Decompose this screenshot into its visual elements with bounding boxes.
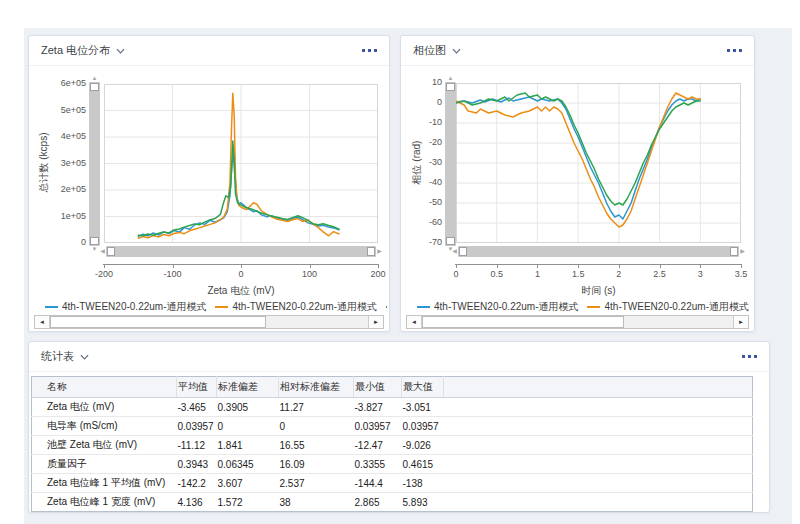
table-row[interactable]: Zeta 电位峰 1 宽度 (mV)4.1361.572382.8655.893 [32, 493, 753, 512]
cell-filler [444, 455, 753, 474]
more-options-button[interactable] [727, 45, 742, 56]
x-tick-label: 1 [515, 269, 559, 279]
legend-label: 4th-TWEEN20-0.22um-通用模式 [232, 301, 376, 312]
slider-up-arrow-icon[interactable]: ▲ [445, 75, 456, 82]
x-tick-mark [456, 264, 457, 268]
column-header[interactable]: 相对标准偏差 [279, 377, 354, 398]
slider-right-arrow-icon[interactable]: ▶ [739, 246, 746, 257]
y-range-slider[interactable]: ▲ ▼ [89, 75, 100, 253]
scroll-right-button[interactable]: ► [368, 316, 383, 328]
table-row[interactable]: Zeta 电位 (mV)-3.4650.390511.27-3.827-3.05… [32, 398, 753, 417]
legend: 4th-TWEEN20-0.22um-通用模式4th-TWEEN20-0.22u… [45, 300, 387, 314]
phase-plot[interactable] [456, 83, 741, 243]
series-line [138, 153, 339, 237]
column-header[interactable]: 标准偏差 [217, 377, 279, 398]
slider-handle[interactable] [107, 247, 115, 256]
y-tick-label: 0 [398, 97, 442, 107]
slider-handle[interactable] [730, 247, 738, 256]
slider-left-arrow-icon[interactable]: ◀ [99, 246, 106, 257]
cell-filler [444, 474, 753, 493]
legend-label: 4th-TWEEN20-0.22um-通用模式 [434, 301, 578, 312]
legend-item[interactable]: 4 [386, 301, 387, 312]
zeta-distribution-panel: Zeta 电位分布 总计数 (kcps) ▲ ▼ ◀ [28, 35, 390, 332]
table-row[interactable]: 池壁 Zeta 电位 (mV)-11.121.84116.55-12.47-9.… [32, 436, 753, 455]
x-tick-mark [497, 264, 498, 268]
y-tick-label: -50 [398, 197, 442, 207]
x-tick-label: 1.5 [556, 269, 600, 279]
more-options-button[interactable] [362, 45, 377, 56]
x-tick-mark [378, 264, 379, 268]
scrollbar-thumb[interactable] [50, 316, 266, 328]
row-name: Zeta 电位峰 1 宽度 (mV) [32, 493, 177, 512]
slider-track[interactable] [445, 82, 456, 246]
chevron-down-icon [116, 48, 125, 54]
stats-panel-title-dropdown[interactable]: 统计表 [41, 349, 89, 364]
phase-panel-title-dropdown[interactable]: 相位图 [413, 43, 461, 58]
x-tick-label: 3.5 [719, 269, 763, 279]
slider-track[interactable] [458, 246, 739, 257]
column-header[interactable]: 名称 [32, 377, 177, 398]
scroll-left-button[interactable]: ◄ [407, 316, 422, 328]
cell-value: -144.4 [354, 474, 402, 493]
column-header[interactable]: 最小值 [354, 377, 402, 398]
slider-track[interactable] [106, 246, 376, 257]
cell-value: 11.27 [279, 398, 354, 417]
slider-handle[interactable] [446, 237, 455, 245]
slider-right-arrow-icon[interactable]: ▶ [376, 246, 383, 257]
more-options-button[interactable] [742, 351, 757, 362]
legend-item[interactable]: 4th-TWEEN20-0.22um-通用模式 [45, 301, 206, 312]
legend-item[interactable]: 4th-TWEEN20-0.22um-通用模式 [417, 301, 578, 312]
x-tick-mark [104, 264, 105, 268]
slider-handle[interactable] [367, 247, 375, 256]
legend-item[interactable]: 4th-TWEEN20-0.22um-通用模式 [587, 301, 748, 312]
slider-track[interactable] [89, 82, 100, 246]
slider-up-arrow-icon[interactable]: ▲ [89, 75, 100, 82]
horizontal-scrollbar[interactable]: ◄ ► [406, 315, 749, 329]
table-row[interactable]: 质量因子0.39430.0634516.090.33550.4615 [32, 455, 753, 474]
x-axis-line [455, 264, 742, 265]
slider-left-arrow-icon[interactable]: ◀ [451, 246, 458, 257]
cell-value: 1.572 [217, 493, 279, 512]
slider-handle[interactable] [90, 237, 99, 245]
scrollbar-thumb[interactable] [422, 316, 624, 328]
x-tick-label: -200 [82, 269, 126, 279]
scrollbar-track[interactable] [422, 316, 733, 328]
x-axis-title: Zeta 电位 (mV) [104, 284, 378, 298]
cell-filler [444, 436, 753, 455]
x-range-slider[interactable]: ◀ ▶ [451, 246, 746, 257]
cell-value: 0.3905 [217, 398, 279, 417]
cell-value: -3.827 [354, 398, 402, 417]
slider-handle[interactable] [90, 83, 99, 91]
x-tick-label: 200 [356, 269, 400, 279]
legend-item[interactable]: 4th-TWEEN20-0.22um-通用模式 [215, 301, 376, 312]
table-row[interactable]: Zeta 电位峰 1 平均值 (mV)-142.23.6072.537-144.… [32, 474, 753, 493]
slider-handle[interactable] [446, 83, 455, 91]
cell-value: -9.026 [402, 436, 444, 455]
cell-value: 0 [279, 417, 354, 436]
chevron-down-icon [80, 354, 89, 360]
cell-value: 1.841 [217, 436, 279, 455]
horizontal-scrollbar[interactable]: ◄ ► [34, 315, 384, 329]
y-tick-label: -10 [398, 117, 442, 127]
scrollbar-track[interactable] [50, 316, 368, 328]
zeta-panel-title-dropdown[interactable]: Zeta 电位分布 [41, 43, 125, 58]
x-tick-label: 0 [434, 269, 478, 279]
zeta-plot[interactable] [104, 84, 378, 243]
y-tick-label: 5e+05 [42, 105, 86, 115]
cell-value: -138 [402, 474, 444, 493]
scroll-right-button[interactable]: ► [733, 316, 748, 328]
legend: 4th-TWEEN20-0.22um-通用模式4th-TWEEN20-0.22u… [417, 300, 752, 314]
column-header[interactable]: 平均值 [177, 377, 217, 398]
scroll-left-button[interactable]: ◄ [35, 316, 50, 328]
legend-label: 4th-TWEEN20-0.22um-通用模式 [62, 301, 206, 312]
column-header[interactable]: 最大值 [402, 377, 444, 398]
x-tick-mark [537, 264, 538, 268]
row-name: 电导率 (mS/cm) [32, 417, 177, 436]
x-tick-label: 2.5 [638, 269, 682, 279]
cell-value: 5.893 [402, 493, 444, 512]
x-tick-mark [741, 264, 742, 268]
table-row[interactable]: 电导率 (mS/cm)0.03957000.039570.03957 [32, 417, 753, 436]
slider-handle[interactable] [459, 247, 467, 256]
x-range-slider[interactable]: ◀ ▶ [99, 246, 383, 257]
y-range-slider[interactable]: ▲ ▼ [445, 75, 456, 253]
